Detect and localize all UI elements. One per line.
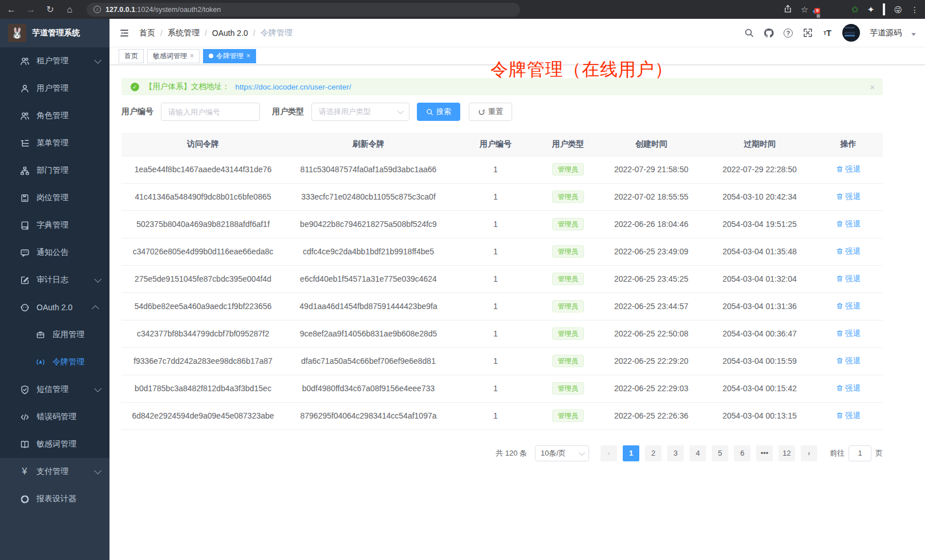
app-logo[interactable]: 🐰 芋道管理系统	[0, 19, 109, 47]
force-logout-button[interactable]: 强退	[836, 411, 861, 421]
page-size-select[interactable]: 10条/页	[535, 445, 589, 461]
sidebar-item-menu[interactable]: 菜单管理	[0, 129, 109, 157]
user-type-badge: 管理员	[552, 355, 584, 367]
force-logout-button[interactable]: 强退	[836, 246, 861, 257]
table-row: c347026e805e4d99b0d116eae66eda8c cdfc4ce…	[121, 238, 883, 265]
browser-menu-icon[interactable]: ⋮	[911, 6, 919, 14]
reset-button[interactable]: 重置	[469, 103, 512, 121]
page-button-2[interactable]: 2	[645, 445, 662, 461]
breadcrumb-home[interactable]: 首页	[139, 28, 155, 38]
avatar[interactable]	[842, 24, 860, 42]
sidebar-item-oauth-app[interactable]: 应用管理	[0, 321, 109, 348]
force-logout-button[interactable]: 强退	[836, 219, 861, 229]
tab-sensitive[interactable]: 敏感词管理×	[147, 49, 200, 63]
org-chart-icon	[19, 165, 30, 176]
home-icon[interactable]: ⌂	[64, 5, 75, 15]
next-page-button[interactable]: ›	[801, 445, 817, 461]
force-logout-button[interactable]: 强退	[836, 164, 861, 175]
token-table: 访问令牌 刷新令牌 用户编号 用户类型 创建时间 过期时间 操作 1ea5e44…	[121, 133, 883, 430]
page-ellipsis-button[interactable]: •••	[756, 445, 773, 461]
close-icon[interactable]: ×	[246, 52, 250, 60]
sidebar-item-tenant[interactable]: 租户管理	[0, 47, 109, 75]
logo-image: 🐰	[8, 24, 26, 42]
caret-down-icon[interactable]	[911, 33, 916, 36]
sidebar-item-sensitive[interactable]: 敏感词管理	[0, 431, 109, 458]
page-button-5[interactable]: 5	[712, 445, 728, 461]
page-button-6[interactable]: 6	[734, 445, 750, 461]
sidebar-item-role[interactable]: 角色管理	[0, 102, 109, 129]
shield-check-icon	[19, 384, 30, 395]
bookmark-star-icon[interactable]: ☆	[801, 5, 808, 14]
goto-label: 前往	[830, 448, 845, 458]
fullscreen-icon[interactable]	[802, 28, 813, 38]
sidebar-item-oauth[interactable]: OAuth 2.0	[0, 294, 109, 321]
sidebar-item-report[interactable]: 报表设计器	[0, 485, 109, 513]
briefcase-icon	[35, 330, 46, 340]
user-type-badge: 管理员	[552, 190, 584, 203]
username[interactable]: 芋道源码	[870, 28, 902, 38]
table-row: 41c41346a548490f9dc8b01c6bfe0865 333ecfc…	[121, 183, 883, 210]
close-icon[interactable]: ×	[190, 52, 194, 60]
pinwheel-extension-icon[interactable]: ✦	[867, 5, 875, 14]
tenant-users-icon	[19, 56, 30, 66]
forward-icon[interactable]: →	[25, 5, 36, 15]
font-size-icon[interactable]: тT	[822, 28, 833, 38]
force-logout-button[interactable]: 强退	[836, 301, 861, 311]
address-bar[interactable]: i 127.0.0.1:1024/system/oauth2/token	[87, 3, 520, 17]
goto-page-input[interactable]	[849, 445, 871, 461]
chevron-down-icon	[94, 385, 102, 392]
user-id-input[interactable]	[161, 103, 260, 121]
notice-close-icon[interactable]: ×	[870, 82, 875, 92]
sidebar-item-pay[interactable]: ¥ 支付管理	[0, 458, 109, 485]
doc-link[interactable]: https://doc.iocoder.cn/user-center/	[236, 83, 351, 91]
sidebar-item-user[interactable]: 用户管理	[0, 75, 109, 102]
col-user-id: 用户编号	[452, 133, 539, 156]
green-star-extension-icon[interactable]: ✩	[851, 5, 858, 14]
github-icon[interactable]	[764, 28, 774, 38]
force-logout-button[interactable]: 强退	[836, 356, 861, 366]
success-check-icon: ✓	[131, 83, 139, 91]
search-icon[interactable]	[744, 28, 754, 38]
breadcrumb-oauth[interactable]: OAuth 2.0	[212, 29, 248, 38]
sidebar-item-sms[interactable]: 短信管理	[0, 376, 109, 403]
chevron-down-icon	[397, 108, 404, 114]
force-logout-button[interactable]: 强退	[836, 328, 861, 339]
page-button-12[interactable]: 12	[778, 445, 795, 461]
help-icon[interactable]: ?	[784, 29, 793, 38]
force-logout-button[interactable]: 强退	[836, 192, 861, 202]
back-icon[interactable]: ←	[6, 5, 17, 15]
sidebar-item-audit-log[interactable]: 审计日志	[0, 266, 109, 294]
reload-icon[interactable]: ↻	[44, 4, 56, 15]
sidebar-collapse-icon[interactable]	[119, 27, 130, 39]
prev-page-button[interactable]: ‹	[601, 445, 617, 461]
force-logout-button[interactable]: 强退	[836, 274, 861, 284]
share-icon[interactable]	[784, 5, 792, 14]
user-type-badge: 管理员	[552, 300, 584, 313]
sidebar-item-dept[interactable]: 部门管理	[0, 157, 109, 184]
token-icon	[35, 357, 46, 367]
table-row: b0d1785bc3a8482f812db4a3f3bd15ec b0df498…	[121, 375, 883, 402]
search-button[interactable]: 搜索	[417, 103, 460, 121]
chevron-down-icon	[94, 467, 102, 474]
tab-home[interactable]: 首页	[119, 49, 144, 63]
dictionary-book-icon	[19, 220, 30, 230]
message-icon	[19, 247, 30, 258]
sidebar-item-post[interactable]: 岗位管理	[0, 184, 109, 212]
page-info-icon[interactable]: i	[94, 6, 101, 13]
sidebar-item-dict[interactable]: 字典管理	[0, 212, 109, 239]
breadcrumb: 首页 / 系统管理 / OAuth 2.0 / 令牌管理	[139, 28, 293, 38]
user-type-badge: 管理员	[552, 163, 584, 176]
page-button-3[interactable]: 3	[667, 445, 684, 461]
user-type-select[interactable]: 请选择用户类型	[311, 103, 409, 121]
sidebar-item-errcode[interactable]: 错误码管理	[0, 403, 109, 431]
red-annotation: 令牌管理（在线用户）	[490, 58, 673, 82]
emoji-extension-icon[interactable]: 😜	[894, 6, 902, 14]
page-button-4[interactable]: 4	[689, 445, 706, 461]
tab-token[interactable]: 令牌管理×	[203, 49, 256, 63]
breadcrumb-system[interactable]: 系统管理	[168, 28, 200, 38]
sidebar-item-oauth-token[interactable]: 令牌管理	[0, 348, 109, 376]
force-logout-button[interactable]: 强退	[836, 383, 861, 393]
square-extension-icon[interactable]	[883, 5, 885, 14]
page-button-1[interactable]: 1	[623, 445, 639, 461]
sidebar-item-notice[interactable]: 通知公告	[0, 239, 109, 266]
